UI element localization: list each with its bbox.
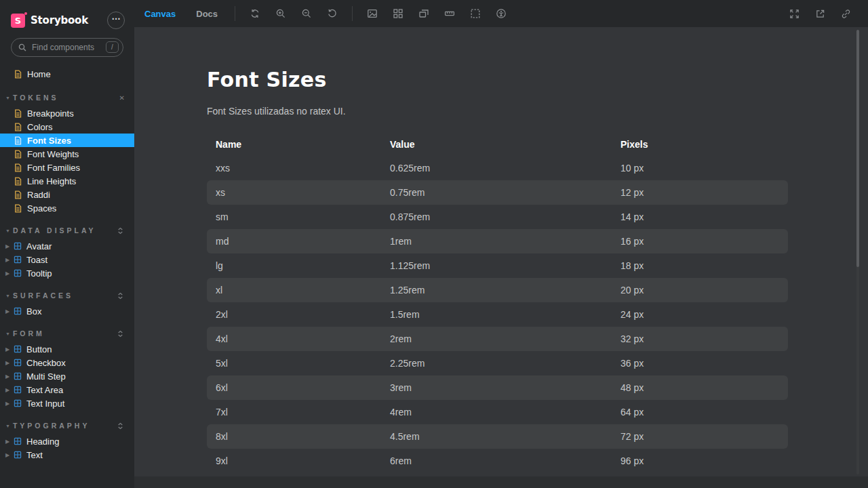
section-header-data-display[interactable]: ▼ DATA DISPLAY xyxy=(0,224,134,237)
zoom-out-icon[interactable] xyxy=(297,4,316,23)
sidebar-item-text[interactable]: ▶ Text xyxy=(0,448,134,462)
sidebar-item-font-families[interactable]: Font Families xyxy=(0,161,134,174)
section-label: TOKENS xyxy=(13,94,119,102)
component-icon xyxy=(14,386,22,394)
cell-name: 9xl xyxy=(207,455,381,466)
link-icon[interactable] xyxy=(836,4,855,23)
section-label: DATA DISPLAY xyxy=(13,226,116,235)
tab-canvas[interactable]: Canvas xyxy=(134,0,186,27)
chevron-down-icon: ▼ xyxy=(5,228,10,233)
sidebar-item-label: Heading xyxy=(26,436,59,447)
search-icon xyxy=(18,43,27,52)
col-header-name: Name xyxy=(207,139,381,150)
sidebar-item-raddi[interactable]: Raddi xyxy=(0,188,134,201)
section-header-form[interactable]: ▼ FORM xyxy=(0,327,134,340)
expander-caret-icon[interactable]: ▶ xyxy=(5,308,12,314)
expander-caret-icon[interactable]: ▶ xyxy=(5,346,12,352)
expander-caret-icon[interactable]: ▶ xyxy=(5,257,12,263)
chevron-down-icon: ▼ xyxy=(5,331,10,336)
cell-value: 2.25rem xyxy=(381,358,612,369)
measure-icon[interactable] xyxy=(440,4,459,23)
grid-icon[interactable] xyxy=(389,4,408,23)
sidebar-item-text-area[interactable]: ▶ Text Area xyxy=(0,383,134,396)
sidebar-item-breakpoints[interactable]: Breakpoints xyxy=(0,106,134,120)
cell-value: 1.25rem xyxy=(381,285,612,296)
sidebar-item-heading[interactable]: ▶ Heading xyxy=(0,434,134,448)
cell-value: 4rem xyxy=(381,407,612,418)
expander-caret-icon[interactable]: ▶ xyxy=(5,387,12,393)
section-header-typography[interactable]: ▼ TYPOGRAPHY xyxy=(0,420,134,432)
expander-caret-icon[interactable]: ▶ xyxy=(5,373,12,380)
remount-icon[interactable] xyxy=(245,4,264,23)
document-icon xyxy=(14,70,22,79)
sidebar-item-label: Button xyxy=(26,344,52,354)
sidebar-item-font-weights[interactable]: Font Weights xyxy=(0,147,134,161)
brand-title[interactable]: Storybook xyxy=(31,14,107,26)
sidebar-item-label: Spaces xyxy=(27,203,56,214)
sidebar-item-text-input[interactable]: ▶ Text Input xyxy=(0,396,134,410)
cell-name: md xyxy=(207,236,381,247)
sidebar-item-avatar[interactable]: ▶ Avatar xyxy=(0,239,134,253)
tab-docs[interactable]: Docs xyxy=(186,0,228,27)
viewport-icon[interactable] xyxy=(414,4,433,23)
scrollbar-thumb[interactable] xyxy=(856,30,859,267)
backgrounds-icon[interactable] xyxy=(363,4,382,23)
sidebar-item-colors[interactable]: Colors xyxy=(0,120,134,134)
sidebar-item-checkbox[interactable]: ▶ Checkbox xyxy=(0,356,134,369)
table-row: 4xl 2rem 32 px xyxy=(207,327,788,351)
cell-value: 2rem xyxy=(381,333,612,344)
table-row: xs 0.75rem 12 px xyxy=(207,180,788,205)
cell-name: xl xyxy=(207,285,381,296)
sidebar-item-box[interactable]: ▶ Box xyxy=(0,304,134,318)
table-header-row: Name Value Pixels xyxy=(207,133,788,156)
outline-icon[interactable] xyxy=(466,4,485,23)
sidebar-item-spaces[interactable]: Spaces xyxy=(0,201,134,215)
sidebar-menu-button[interactable]: ⋯ xyxy=(107,12,125,29)
accessibility-icon[interactable] xyxy=(492,4,511,23)
zoom-reset-icon[interactable] xyxy=(323,4,342,23)
sidebar-item-home[interactable]: Home xyxy=(0,66,134,82)
table-row: 5xl 2.25rem 36 px xyxy=(207,351,788,375)
vertical-scrollbar[interactable] xyxy=(856,30,859,474)
expander-caret-icon[interactable]: ▶ xyxy=(5,270,12,277)
zoom-in-icon[interactable] xyxy=(271,4,290,23)
section-header-tokens[interactable]: ▼ TOKENS ✕ xyxy=(0,92,134,104)
toolbar-divider xyxy=(235,6,235,21)
table-row: 8xl 4.5rem 72 px xyxy=(207,424,788,449)
fullscreen-icon[interactable] xyxy=(785,4,804,23)
expander-caret-icon[interactable]: ▶ xyxy=(5,439,12,445)
sidebar-item-label: Toast xyxy=(26,255,47,265)
section-header-surfaces[interactable]: ▼ SURFACES xyxy=(0,289,134,302)
toolbar: Canvas Docs xyxy=(134,0,868,27)
brand-row: S Storybook ⋯ xyxy=(0,0,134,29)
sidebar-item-line-heights[interactable]: Line Heights xyxy=(0,174,134,188)
expand-all-icon[interactable] xyxy=(116,291,125,300)
expander-caret-icon[interactable]: ▶ xyxy=(5,243,12,249)
collapse-icon[interactable]: ✕ xyxy=(119,94,125,102)
cell-pixels: 20 px xyxy=(612,285,788,296)
cell-pixels: 32 px xyxy=(612,333,788,344)
sidebar-item-button[interactable]: ▶ Button xyxy=(0,342,134,356)
expander-caret-icon[interactable]: ▶ xyxy=(5,452,12,458)
section-label: TYPOGRAPHY xyxy=(13,422,116,430)
sidebar-item-tooltip[interactable]: ▶ Tooltip xyxy=(0,266,134,280)
expand-all-icon[interactable] xyxy=(116,422,125,430)
section-label: SURFACES xyxy=(13,291,116,300)
expander-caret-icon[interactable]: ▶ xyxy=(5,360,12,366)
section-label: FORM xyxy=(13,329,116,338)
cell-pixels: 48 px xyxy=(612,382,788,393)
component-icon xyxy=(14,359,22,367)
sidebar-item-toast[interactable]: ▶ Toast xyxy=(0,253,134,266)
expander-caret-icon[interactable]: ▶ xyxy=(5,401,12,407)
expand-all-icon[interactable] xyxy=(116,329,125,338)
sidebar-item-font-sizes[interactable]: Font Sizes xyxy=(0,134,134,147)
component-icon xyxy=(14,399,22,407)
open-new-tab-icon[interactable] xyxy=(810,4,829,23)
storybook-logo-icon[interactable]: S xyxy=(11,14,25,28)
page-title: Font Sizes xyxy=(207,68,868,92)
component-icon xyxy=(14,345,22,353)
sidebar-item-multi-step[interactable]: ▶ Multi Step xyxy=(0,369,134,383)
cell-pixels: 96 px xyxy=(612,455,788,466)
table-row: 6xl 3rem 48 px xyxy=(207,375,788,400)
expand-all-icon[interactable] xyxy=(116,226,125,235)
